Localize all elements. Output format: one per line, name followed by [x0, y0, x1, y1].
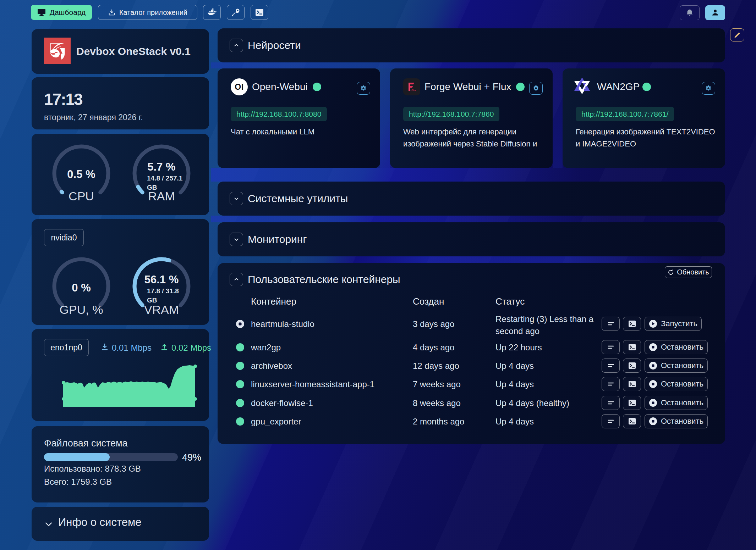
svg-text:+Flux: +Flux — [410, 89, 416, 91]
